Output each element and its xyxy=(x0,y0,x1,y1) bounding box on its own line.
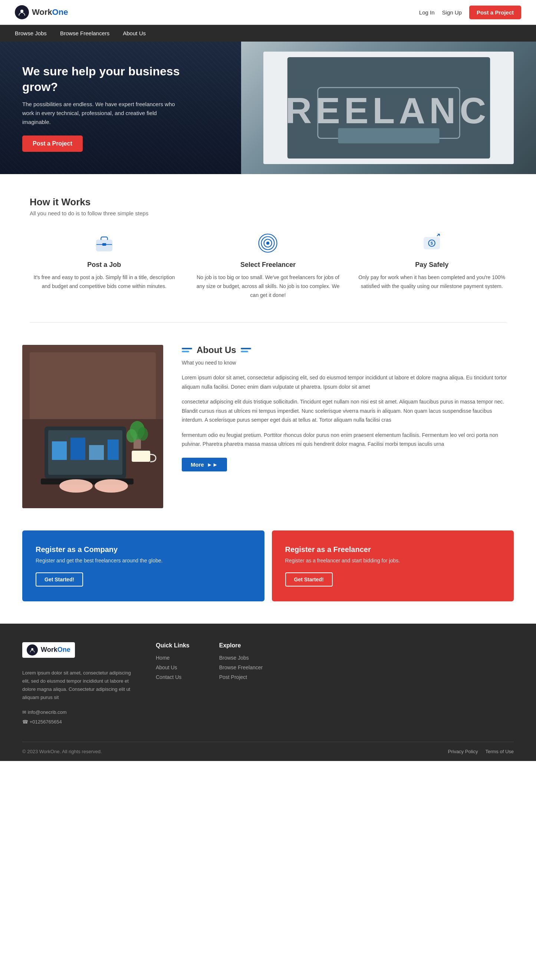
about-para-1: Lorem ipsum dolor sit amet, consectetur … xyxy=(182,373,514,391)
target-icon xyxy=(256,231,280,255)
footer-link-contact[interactable]: Contact Us xyxy=(156,674,190,680)
register-freelancer-card: Register as a Freelancer Register as a f… xyxy=(272,530,514,601)
post-job-desc: It's free and easy to post a job. Simply… xyxy=(30,273,179,291)
register-section: Register as a Company Register and get t… xyxy=(0,530,536,624)
about-title: About Us xyxy=(197,345,236,355)
svg-point-29 xyxy=(127,429,137,442)
svg-rect-20 xyxy=(52,441,67,460)
hero-heading: We sure help your business grow? xyxy=(22,64,186,95)
bar-top-r xyxy=(241,348,251,349)
top-nav-browse-jobs[interactable]: Browse Jobs xyxy=(15,30,47,37)
about-what: What you need to know xyxy=(182,358,514,368)
footer-bottom: © 2023 WorkOne. All rights reserved. Pri… xyxy=(22,742,514,761)
footer-explore: Explore Browse Jobs Browse Freelancer Po… xyxy=(219,642,263,684)
footer-email: ✉ info@onecrib.com xyxy=(22,708,133,717)
post-job-title: Post a Job xyxy=(30,261,179,269)
hero-post-project-button[interactable]: Post a Project xyxy=(22,135,83,152)
top-navigation: Browse Jobs Browse Freelancers About Us xyxy=(0,25,536,41)
footer-bottom-links: Privacy Policy Terms of Use xyxy=(448,749,514,754)
footer-explore-jobs[interactable]: Browse Jobs xyxy=(219,655,263,661)
about-heading: About Us xyxy=(182,345,514,355)
register-company-desc: Register and get the best freelancers ar… xyxy=(36,558,251,563)
how-card-pay-safely: $ Pay Safely Only pay for work when it h… xyxy=(357,231,506,299)
about-para-3: fermentum odio eu feugiat pretium. Portt… xyxy=(182,431,514,449)
pay-safely-desc: Only pay for work when it has been compl… xyxy=(357,273,506,291)
about-para-2: consectetur adipiscing elit duis tristiq… xyxy=(182,397,514,425)
about-content: About Us What you need to know Lorem ips… xyxy=(182,345,514,471)
arrow-right-icon: ►► xyxy=(207,461,218,468)
footer-logo-icon xyxy=(27,644,38,655)
svg-point-30 xyxy=(138,427,148,441)
about-bars xyxy=(182,348,192,352)
svg-rect-26 xyxy=(132,451,150,462)
navbar: WorkOne Log In Sign Up Post a Project xyxy=(0,0,536,25)
login-link[interactable]: Log In xyxy=(419,9,435,16)
top-nav-browse-freelancers[interactable]: Browse Freelancers xyxy=(60,30,109,37)
how-card-select-freelancer: Select Freelancer No job is too big or t… xyxy=(193,231,343,299)
footer-brand: WorkOne Lorem ipsum dolor sit amet, cons… xyxy=(22,642,133,727)
select-freelancer-desc: No job is too big or too small. We've go… xyxy=(193,273,343,299)
pay-safely-title: Pay Safely xyxy=(357,261,506,269)
privacy-policy-link[interactable]: Privacy Policy xyxy=(448,749,478,754)
footer-link-about[interactable]: About Us xyxy=(156,665,190,670)
footer-top: WorkOne Lorem ipsum dolor sit amet, cons… xyxy=(22,642,514,727)
hero-section: FREELANCE We sure help your business gro… xyxy=(0,41,536,174)
svg-rect-23 xyxy=(108,439,119,460)
svg-point-31 xyxy=(59,479,93,493)
post-project-nav-button[interactable]: Post a Project xyxy=(469,6,521,19)
briefcase-icon xyxy=(92,231,116,255)
explore-heading: Explore xyxy=(219,642,263,649)
svg-point-33 xyxy=(31,648,33,650)
footer-columns: Quick Links Home About Us Contact Us Exp… xyxy=(156,642,514,684)
payment-icon: $ xyxy=(420,231,444,255)
footer: WorkOne Lorem ipsum dolor sit amet, cons… xyxy=(0,624,536,761)
register-company-button[interactable]: Get Started! xyxy=(36,573,83,587)
quick-links-heading: Quick Links xyxy=(156,642,190,649)
how-it-works-title: How it Works xyxy=(30,196,506,208)
signup-link[interactable]: Sign Up xyxy=(442,9,462,16)
about-image xyxy=(22,345,163,508)
footer-links: Quick Links Home About Us Contact Us Exp… xyxy=(156,642,514,727)
footer-explore-post[interactable]: Post Project xyxy=(219,674,263,680)
svg-point-0 xyxy=(21,10,23,13)
svg-rect-4 xyxy=(338,128,439,143)
select-freelancer-title: Select Freelancer xyxy=(193,261,343,269)
svg-point-32 xyxy=(95,479,128,493)
register-freelancer-button[interactable]: Get Started! xyxy=(285,573,333,587)
terms-of-use-link[interactable]: Terms of Use xyxy=(485,749,514,754)
register-company-heading: Register as a Company xyxy=(36,545,251,554)
footer-logo[interactable]: WorkOne xyxy=(22,642,75,658)
bar-bottom xyxy=(182,351,189,352)
about-more-button[interactable]: More ►► xyxy=(182,458,227,471)
hero-visual-text: FREELANCE xyxy=(263,52,514,164)
svg-text:FREELANCE: FREELANCE xyxy=(276,90,501,131)
how-it-works-grid: Post a Job It's free and easy to post a … xyxy=(30,231,506,299)
register-freelancer-heading: Register as a Freelancer xyxy=(285,545,501,554)
hero-content: We sure help your business grow? The pos… xyxy=(22,64,186,152)
footer-phone: ☎ +01256765654 xyxy=(22,717,133,727)
footer-brand-text: Lorem ipsum dolor sit amet, consectetur … xyxy=(22,669,133,702)
footer-quick-links: Quick Links Home About Us Contact Us xyxy=(156,642,190,684)
footer-contact: ✉ info@onecrib.com ☎ +01256765654 xyxy=(22,708,133,727)
top-nav-about-us[interactable]: About Us xyxy=(123,30,146,37)
how-it-works-subtitle: All you need to do is to follow three si… xyxy=(30,210,506,216)
bar-bottom-r xyxy=(241,351,248,352)
register-freelancer-desc: Register as a freelancer and start biddi… xyxy=(285,558,501,563)
svg-text:$: $ xyxy=(431,241,433,246)
footer-logo-text: WorkOne xyxy=(41,646,70,654)
bar-top xyxy=(182,348,192,349)
how-it-works-section: How it Works All you need to do is to fo… xyxy=(0,174,536,322)
logo-text: WorkOne xyxy=(32,8,68,17)
nav-right: Log In Sign Up Post a Project xyxy=(419,6,521,19)
footer-explore-freelancer[interactable]: Browse Freelancer xyxy=(219,665,263,670)
svg-point-11 xyxy=(266,242,270,245)
svg-rect-21 xyxy=(70,438,85,460)
logo[interactable]: WorkOne xyxy=(15,5,68,19)
hero-visual: FREELANCE xyxy=(241,41,536,174)
about-section: About Us What you need to know Lorem ips… xyxy=(0,323,536,530)
copyright: © 2023 WorkOne. All rights reserved. xyxy=(22,749,102,754)
how-card-post-job: Post a Job It's free and easy to post a … xyxy=(30,231,179,299)
svg-rect-22 xyxy=(89,445,104,460)
hero-subtext: The possibilities are endless. We have e… xyxy=(22,100,186,127)
footer-link-home[interactable]: Home xyxy=(156,655,190,661)
